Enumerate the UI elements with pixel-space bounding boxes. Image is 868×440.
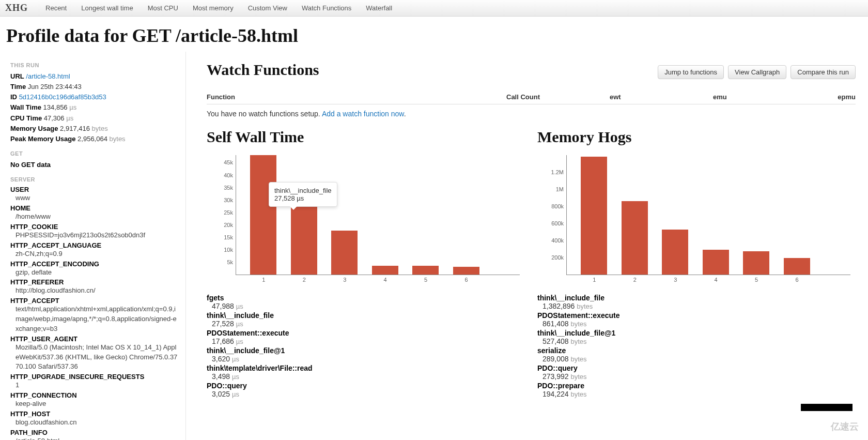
watch-table: Function Call Count ewt emu epmu You hav… — [207, 90, 856, 123]
function-name[interactable]: think\__include_file@1 — [537, 329, 856, 337]
function-name[interactable]: think\__include_file@1 — [207, 346, 525, 355]
col-epmu: epmu — [775, 93, 856, 101]
main-content: Watch Functions Jump to functions View C… — [186, 52, 868, 440]
server-value: blog.cloudfashion.cn — [10, 418, 178, 428]
function-value: 1,382,896 bytes — [537, 302, 856, 310]
server-key: HTTP_UPGRADE_INSECURE_REQUESTS — [10, 373, 178, 381]
chart-bar[interactable] — [784, 258, 810, 275]
time-label: Time — [10, 83, 26, 90]
y-tick: 10k — [224, 247, 236, 253]
function-value: 527,408 bytes — [537, 337, 856, 345]
mem-label: Memory Usage — [10, 125, 58, 132]
chart-bar[interactable] — [662, 230, 688, 275]
col-callcount: Call Count — [506, 93, 610, 101]
server-key: USER — [10, 186, 178, 193]
add-watch-link[interactable]: Add a watch function now — [322, 110, 404, 118]
nav-item-watch-functions[interactable]: Watch Functions — [302, 4, 351, 12]
server-value: zh-CN,zh;q=0.9 — [10, 249, 178, 259]
nav-item-most-cpu[interactable]: Most CPU — [148, 4, 178, 12]
brand[interactable]: XHG — [5, 3, 28, 13]
function-value: 27,528 µs — [207, 320, 525, 328]
navbar: XHG RecentLongest wall timeMost CPUMost … — [0, 0, 868, 17]
cputime-label: CPU Time — [10, 114, 42, 122]
page-title: Profile data for GET /article-58.html — [0, 17, 868, 52]
function-value: 3,620 µs — [207, 355, 525, 363]
col-ewt: ewt — [610, 93, 713, 101]
function-name[interactable]: PDO::query — [537, 364, 856, 372]
y-tick: 15k — [224, 234, 236, 240]
peak-label: Peak Memory Usage — [10, 135, 75, 143]
chart-tooltip: think\__include_file 27,528 µs — [269, 182, 337, 207]
sidebar: THIS RUN URL /article-58.html Time Jun 2… — [0, 52, 186, 440]
function-name[interactable]: think\template\driver\File::read — [207, 364, 525, 372]
chart-bar[interactable] — [291, 206, 317, 275]
function-name[interactable]: PDO::prepare — [537, 382, 856, 390]
function-name[interactable]: fgets — [207, 294, 525, 302]
server-key: HTTP_ACCEPT_ENCODING — [10, 260, 178, 268]
url-link[interactable]: /article-58.html — [26, 72, 70, 80]
chart-bar[interactable] — [622, 201, 648, 275]
x-tick: 4 — [384, 275, 387, 283]
function-value: 289,008 bytes — [537, 355, 856, 363]
chart-bar[interactable] — [743, 251, 769, 275]
x-tick: 1 — [593, 275, 596, 283]
get-none: No GET data — [10, 161, 51, 169]
watch-none-msg: You have no watch functions setup. — [207, 110, 322, 118]
overlay-strip — [801, 404, 853, 411]
server-value: PHPSESSID=jo3v6mjl213o0s2t62sob0dn3f — [10, 231, 178, 240]
chart-bar[interactable] — [372, 266, 398, 275]
chart-bar[interactable] — [412, 266, 439, 275]
server-header: SERVER — [10, 176, 178, 183]
function-value: 3,498 µs — [207, 372, 525, 381]
walltime-label: Wall Time — [10, 103, 41, 111]
nav-item-custom-view[interactable]: Custom View — [248, 4, 287, 12]
compare-run-button[interactable]: Compare this run — [791, 65, 856, 79]
chart-bar[interactable] — [250, 155, 276, 275]
server-key: HTTP_HOST — [10, 410, 178, 418]
chart-bar[interactable] — [703, 250, 729, 275]
function-name[interactable]: PDOStatement::execute — [537, 311, 856, 320]
function-name[interactable]: think\__include_file — [537, 294, 856, 302]
function-name[interactable]: think\__include_file — [207, 311, 525, 320]
nav-item-most-memory[interactable]: Most memory — [193, 4, 234, 12]
get-header: GET — [10, 150, 178, 157]
y-tick: 1.2M — [551, 169, 567, 175]
function-value: 273,992 bytes — [537, 372, 856, 381]
y-tick: 40k — [224, 172, 236, 178]
server-value: keep-alive — [10, 399, 178, 409]
server-value: Mozilla/5.0 (Macintosh; Intel Mac OS X 1… — [10, 343, 178, 372]
view-callgraph-button[interactable]: View Callgraph — [728, 65, 786, 79]
server-value: /home/www — [10, 212, 178, 222]
server-key: HTTP_COOKIE — [10, 223, 178, 231]
jump-to-functions-button[interactable]: Jump to functions — [658, 65, 724, 79]
server-key: HTTP_CONNECTION — [10, 391, 178, 399]
function-name[interactable]: PDO::query — [207, 382, 525, 390]
time-value: Jun 25th 23:44:43 — [28, 83, 82, 90]
cputime-unit: µs — [66, 114, 73, 122]
nav-item-recent[interactable]: Recent — [45, 4, 67, 12]
self-wall-time-chart[interactable]: 5k10k15k20k25k30k35k40k45k123456 think\_… — [207, 153, 525, 287]
function-value: 3,025 µs — [207, 390, 525, 398]
y-tick: 20k — [224, 222, 236, 228]
server-value: 1 — [10, 381, 178, 390]
x-tick: 3 — [343, 275, 346, 283]
server-key: PATH_INFO — [10, 429, 178, 436]
tooltip-name: think\__include_file — [274, 187, 332, 194]
chart-bar[interactable] — [331, 231, 358, 275]
nav-item-longest-wall-time[interactable]: Longest wall time — [81, 4, 133, 12]
nav-item-waterfall[interactable]: Waterfall — [366, 4, 392, 12]
memory-hogs-title: Memory Hogs — [537, 128, 856, 146]
memory-hogs-chart[interactable]: 200k400k600k800k1M1.2M123456 — [537, 153, 856, 287]
function-name[interactable]: serialize — [537, 346, 856, 355]
y-tick: 800k — [551, 203, 567, 209]
chart-bar[interactable] — [453, 267, 479, 275]
function-value: 194,224 bytes — [537, 390, 856, 398]
function-name[interactable]: PDOStatement::execute — [207, 329, 525, 337]
tooltip-value: 27,528 µs — [274, 194, 332, 202]
function-value: 47,988 µs — [207, 302, 525, 310]
id-link[interactable]: 5d12416b0c196d6af85b3d53 — [19, 93, 106, 101]
mem-unit: bytes — [92, 125, 108, 132]
chart-bar[interactable] — [581, 157, 607, 275]
server-key: HOME — [10, 204, 178, 212]
col-emu: emu — [713, 93, 775, 101]
